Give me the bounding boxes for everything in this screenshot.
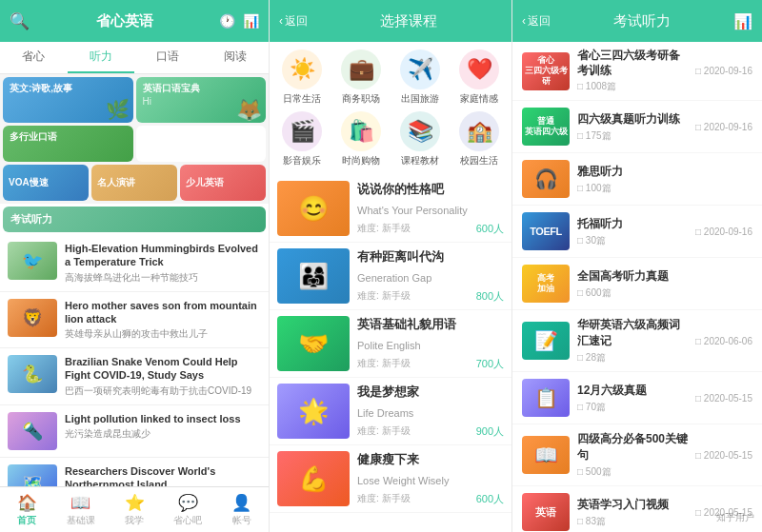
middle-back-btn[interactable]: ‹ 返回 bbox=[279, 13, 308, 30]
news-item-4[interactable]: 🗺️ Researchers Discover World's Northern… bbox=[0, 458, 269, 486]
news-title-en-4: Researchers Discover World's Northernmos… bbox=[65, 464, 261, 486]
left-panel: 🔍 省心英语 🕐 📊 省心 听力 口语 阅读 英文:诗歌,故事 🌿 英语口语宝典 bbox=[0, 0, 269, 532]
news-title-en-2: Brazilian Snake Venom Could Help Fight C… bbox=[65, 355, 261, 383]
news-item-1[interactable]: 🦁 Hero mother saves son from mountain li… bbox=[0, 292, 269, 349]
tab-speaking[interactable]: 口语 bbox=[134, 42, 202, 73]
listening-item-8[interactable]: 英语 英语学习入门视频 □ 83篇 □ 2020-05-15 bbox=[512, 486, 762, 532]
right-header-title: 考试听力 bbox=[558, 12, 726, 30]
news-list: 🐦 High-Elevation Hummingbirds Evolved a … bbox=[0, 235, 269, 486]
right-back-chevron-icon: ‹ bbox=[522, 14, 526, 28]
listening-item-4[interactable]: 高考加油 全国高考听力真题 □ 600篇 bbox=[512, 258, 762, 310]
tab-listening[interactable]: 听力 bbox=[68, 42, 135, 73]
left-header: 🔍 省心英语 🕐 📊 bbox=[0, 0, 269, 42]
course-item-3[interactable]: 🌟 我是梦想家 Life Dreams 难度: 新手级 900人 bbox=[270, 378, 511, 445]
left-tabs: 省心 听力 口语 阅读 bbox=[0, 42, 269, 74]
nav-community[interactable]: 💬 省心吧 bbox=[161, 487, 214, 532]
exam-listening-card[interactable]: 考试听力 bbox=[3, 207, 266, 232]
middle-header: ‹ 返回 选择课程 bbox=[270, 0, 511, 42]
right-back-btn[interactable]: ‹ 返回 bbox=[522, 13, 551, 30]
chart-icon: 📊 bbox=[243, 13, 259, 29]
news-title-zh-0: 高海拔蜂鸟进化出一种节能技巧 bbox=[65, 271, 261, 285]
course-icon-business[interactable]: 💼 商务职场 bbox=[334, 49, 388, 106]
bottom-nav: 🏠 首页 📖 基础课 ⭐ 我学 💬 省心吧 👤 帐号 bbox=[0, 486, 269, 532]
news-item-0[interactable]: 🐦 High-Elevation Hummingbirds Evolved a … bbox=[0, 235, 269, 292]
nav-home[interactable]: 🏠 首页 bbox=[0, 487, 53, 532]
course-item-2[interactable]: 🤝 英语基础礼貌用语 Polite English 难度: 新手级 700人 bbox=[270, 310, 511, 378]
course-item-1[interactable]: 👨‍👩‍👧 有种距离叫代沟 Generation Gap 难度: 新手级 800… bbox=[270, 243, 511, 310]
watermark: 知乎用户 bbox=[716, 511, 754, 524]
left-header-title: 省心英语 bbox=[37, 12, 211, 30]
right-header: ‹ 返回 考试听力 📊 bbox=[512, 0, 762, 42]
listening-item-2[interactable]: 🎧 雅思听力 □ 100篇 bbox=[512, 153, 762, 206]
course-icon-shopping[interactable]: 🛍️ 时尚购物 bbox=[334, 111, 388, 167]
search-icon[interactable]: 🔍 bbox=[10, 11, 30, 31]
course-icon-family[interactable]: ❤️ 家庭情感 bbox=[452, 49, 506, 106]
listening-item-7[interactable]: 📖 四级高分必备500关键句 □ 500篇 □ 2020-05-15 bbox=[512, 424, 762, 486]
course-icon-film[interactable]: 🎬 影音娱乐 bbox=[275, 111, 329, 167]
news-title-en-0: High-Elevation Hummingbirds Evolved a Te… bbox=[65, 242, 261, 269]
news-title-zh-2: 巴西一项研究表明蛇毒有助于抗击COVID-19 bbox=[65, 384, 261, 398]
nav-study[interactable]: ⭐ 我学 bbox=[108, 487, 161, 532]
course-icon-daily[interactable]: ☀️ 日常生活 bbox=[275, 49, 329, 106]
news-title-zh-1: 英雄母亲从山狮的攻击中救出儿子 bbox=[65, 327, 261, 341]
back-chevron-icon: ‹ bbox=[279, 14, 283, 28]
listening-item-3[interactable]: TOEFL 托福听力 □ 30篇 □ 2020-09-16 bbox=[512, 206, 762, 258]
poetry-card[interactable]: 英文:诗歌,故事 🌿 bbox=[3, 77, 133, 123]
listening-item-0[interactable]: 省心三四六级考研 省心三四六级考研备考训练 □ 1008篇 □ 2020-09-… bbox=[512, 42, 762, 101]
industry-oral-card[interactable]: 多行业口语 bbox=[3, 126, 133, 162]
voa-card[interactable]: VOA慢速 bbox=[3, 165, 89, 201]
kids-english-card[interactable]: 少儿英语 bbox=[180, 165, 266, 201]
right-chart-icon: 📊 bbox=[733, 12, 752, 30]
course-icon-textbook[interactable]: 📚 课程教材 bbox=[393, 111, 447, 167]
course-icon-campus[interactable]: 🏫 校园生活 bbox=[452, 111, 506, 167]
right-panel: ‹ 返回 考试听力 📊 省心三四六级考研 省心三四六级考研备考训练 □ 1008… bbox=[512, 0, 762, 532]
listening-item-6[interactable]: 📋 12月六级真题 □ 70篇 □ 2020-05-15 bbox=[512, 372, 762, 424]
course-item-4[interactable]: 💪 健康瘦下来 Lose Weight Wisely 难度: 新手级 600人 bbox=[270, 445, 511, 513]
course-list: 😊 说说你的性格吧 What's Your Personality 难度: 新手… bbox=[270, 175, 511, 532]
middle-panel: ‹ 返回 选择课程 ☀️ 日常生活 💼 商务职场 ✈️ 出国旅游 bbox=[269, 0, 512, 532]
tab-reading[interactable]: 阅读 bbox=[202, 42, 270, 73]
oral-dict-card[interactable]: 英语口语宝典 Hi 🦊 bbox=[136, 77, 267, 123]
listening-item-5[interactable]: 📝 华研英语六级高频词汇速记 □ 28篇 □ 2020-06-06 bbox=[512, 310, 762, 372]
tab-shengxin[interactable]: 省心 bbox=[0, 42, 68, 73]
news-item-3[interactable]: 🔦 Light pollution linked to insect loss … bbox=[0, 405, 269, 458]
news-title-en-1: Hero mother saves son from mountain lion… bbox=[65, 299, 261, 326]
content-cards-grid: 英文:诗歌,故事 🌿 英语口语宝典 Hi 🦊 多行业口语 VOA慢 bbox=[0, 74, 269, 204]
listening-item-1[interactable]: 普通英语四六级 四六级真题听力训练 □ 175篇 □ 2020-09-16 bbox=[512, 101, 762, 153]
clock-icon: 🕐 bbox=[219, 13, 235, 29]
middle-header-title: 选择课程 bbox=[315, 12, 502, 30]
placeholder-card bbox=[136, 126, 267, 162]
listening-list: 省心三四六级考研 省心三四六级考研备考训练 □ 1008篇 □ 2020-09-… bbox=[512, 42, 762, 532]
course-icon-travel[interactable]: ✈️ 出国旅游 bbox=[393, 49, 447, 106]
celebrity-card[interactable]: 名人演讲 bbox=[91, 165, 177, 201]
course-item-0[interactable]: 😊 说说你的性格吧 What's Your Personality 难度: 新手… bbox=[270, 175, 511, 243]
course-icons-grid: ☀️ 日常生活 💼 商务职场 ✈️ 出国旅游 ❤️ 家庭情感 🎬 影音娱乐 bbox=[270, 42, 511, 175]
nav-account[interactable]: 👤 帐号 bbox=[215, 487, 269, 532]
nav-basic[interactable]: 📖 基础课 bbox=[53, 487, 107, 532]
news-title-en-3: Light pollution linked to insect loss bbox=[65, 412, 241, 425]
news-item-2[interactable]: 🐍 Brazilian Snake Venom Could Help Fight… bbox=[0, 348, 269, 405]
news-title-zh-3: 光污染造成昆虫减少 bbox=[65, 427, 241, 441]
